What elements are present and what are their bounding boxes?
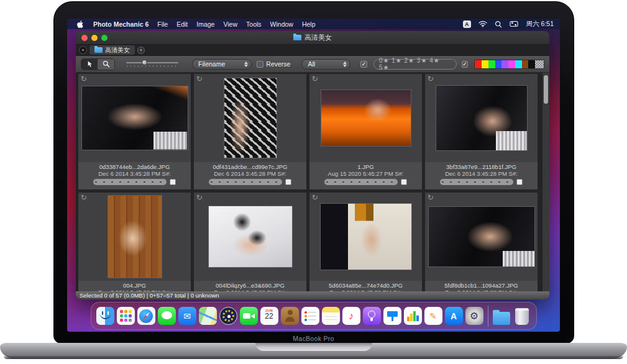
- photo-cell[interactable]: ↺ 5fdf8db1cb1...1094a27.JPG Dec 6 2014 3…: [425, 193, 538, 291]
- photo-cell[interactable]: ↺ 0df431adcbe...cd99e7c.JPG Dec 6 2014 3…: [194, 74, 306, 189]
- photo-filename[interactable]: 0d338744eb...2da6de.JPG: [99, 163, 170, 170]
- rotate-icon[interactable]: ↺: [428, 193, 434, 202]
- photo-cell[interactable]: ↺ 004.JPG Dec 6 2014 3:45:28 PM S#:: [78, 193, 191, 291]
- numbers-icon[interactable]: [404, 307, 422, 325]
- maps-icon[interactable]: [199, 307, 217, 325]
- star-rating-pill[interactable]: [324, 179, 398, 185]
- photo-cell[interactable]: ↺ 004lDilqzy6...e3&690.JPG Dec 6 2014 3:…: [194, 193, 306, 291]
- keynote-icon[interactable]: [383, 307, 401, 325]
- photo-cell[interactable]: ↺ 1.JPG Aug 15 2020 5:45:27 PM S#:: [309, 74, 422, 189]
- color-swatch-magenta[interactable]: [508, 60, 515, 68]
- slider-thumb[interactable]: [142, 60, 147, 65]
- menu-tools[interactable]: Tools: [246, 20, 262, 28]
- safari-icon[interactable]: [137, 307, 155, 325]
- photo-filename[interactable]: 5d6034a85e...74e74d0.JPG: [329, 282, 403, 289]
- minimize-window-button[interactable]: [91, 35, 98, 41]
- color-class-filter[interactable]: [474, 60, 544, 69]
- star-rating-filter[interactable]: 0★ 1★ 2★ 3★ 4★ 5★: [373, 59, 457, 70]
- rotate-icon[interactable]: ↺: [312, 193, 318, 202]
- menu-help[interactable]: Help: [302, 20, 316, 28]
- window-title-bar[interactable]: 高清美女: [76, 31, 549, 45]
- photo-filename[interactable]: 004lDilqzy6...e3&690.JPG: [216, 282, 285, 289]
- finder-icon[interactable]: [96, 307, 114, 325]
- sort-by-dropdown[interactable]: Filename: [192, 59, 252, 70]
- star-rating-pill[interactable]: [209, 179, 282, 185]
- messages-icon[interactable]: [158, 307, 176, 325]
- calendar-icon[interactable]: JUN 22: [260, 307, 278, 325]
- menu-image[interactable]: Image: [196, 20, 214, 28]
- tag-checkbox[interactable]: [401, 179, 407, 185]
- star-rating-pill[interactable]: [93, 179, 167, 185]
- color-swatch-none[interactable]: [535, 60, 544, 68]
- color-swatch-cyan[interactable]: [515, 60, 522, 68]
- close-window-button[interactable]: [81, 35, 88, 41]
- tag-checkbox[interactable]: [170, 179, 176, 185]
- add-tab-button[interactable]: +: [137, 47, 145, 54]
- trash-icon[interactable]: [513, 307, 531, 325]
- photo-thumbnail[interactable]: [436, 85, 528, 151]
- color-swatch-brown[interactable]: [522, 60, 529, 68]
- photo-thumbnail[interactable]: [108, 195, 162, 278]
- photo-filename[interactable]: 004.JPG: [123, 282, 146, 289]
- reverse-checkbox[interactable]: [257, 61, 263, 68]
- star-rating-pill[interactable]: [440, 179, 513, 185]
- arrow-tool-button[interactable]: [81, 59, 98, 70]
- downloads-folder-icon[interactable]: [493, 307, 511, 325]
- notes-icon[interactable]: [322, 307, 340, 325]
- thumbnail-size-slider[interactable]: [126, 60, 178, 68]
- facetime-icon[interactable]: [240, 307, 258, 325]
- menu-edit[interactable]: Edit: [176, 20, 188, 28]
- music-icon[interactable]: ♪: [342, 307, 360, 325]
- wifi-icon[interactable]: [478, 20, 487, 27]
- color-class-filter-checkbox[interactable]: ✓: [462, 61, 469, 68]
- rotate-icon[interactable]: ↺: [81, 75, 87, 83]
- photo-mechanic-dock-icon[interactable]: [219, 307, 237, 325]
- tag-checkbox[interactable]: [285, 179, 291, 185]
- apple-menu-icon[interactable]: [77, 20, 83, 28]
- photo-thumbnail[interactable]: [208, 206, 293, 268]
- photo-cell[interactable]: ↺ 5d6034a85e...74e74d0.JPG Dec 6 2014 3:…: [309, 193, 422, 291]
- photo-thumbnail[interactable]: [321, 89, 411, 147]
- loupe-tool-button[interactable]: [98, 59, 114, 70]
- color-swatch-black[interactable]: [528, 60, 535, 68]
- photo-cell[interactable]: ↺ 0d338744eb...2da6de.JPG Dec 6 2014 3:4…: [78, 74, 191, 189]
- menu-file[interactable]: File: [157, 20, 168, 28]
- menu-bar-clock[interactable]: 周六 6:51: [526, 20, 554, 29]
- mail-icon[interactable]: ✉: [178, 307, 196, 325]
- photo-thumbnail[interactable]: [81, 86, 188, 150]
- tag-checkbox[interactable]: [516, 179, 523, 185]
- color-swatch-blue[interactable]: [495, 60, 502, 68]
- photo-cell[interactable]: ↺ 3bf33a87e9...2118b1f.JPG Dec 6 2014 3:…: [425, 74, 538, 189]
- tab-close-icon[interactable]: ×: [79, 46, 87, 54]
- spotlight-search-icon[interactable]: [495, 20, 502, 28]
- photo-thumbnail[interactable]: [428, 206, 535, 267]
- rotate-icon[interactable]: ↺: [312, 75, 318, 83]
- contacts-icon[interactable]: [281, 307, 299, 325]
- menu-window[interactable]: Window: [270, 20, 293, 28]
- rating-filter-checkbox[interactable]: ✓: [360, 61, 367, 68]
- photo-thumbnail[interactable]: [320, 203, 412, 270]
- input-source-icon[interactable]: A: [463, 20, 471, 28]
- reminders-icon[interactable]: [301, 307, 319, 325]
- photo-filename[interactable]: 3bf33a87e9...2118b1f.JPG: [446, 163, 516, 170]
- tab-contact-sheet[interactable]: 高清美女: [89, 45, 135, 55]
- podcasts-icon[interactable]: [363, 307, 381, 325]
- rotate-icon[interactable]: ↺: [81, 193, 87, 202]
- system-preferences-icon[interactable]: ⚙: [465, 307, 483, 325]
- scrollbar-thumb[interactable]: [544, 75, 548, 104]
- photo-thumbnail[interactable]: [224, 78, 277, 158]
- rotate-icon[interactable]: ↺: [196, 193, 203, 202]
- photo-filename[interactable]: 1.JPG: [357, 163, 373, 170]
- rotate-icon[interactable]: ↺: [428, 75, 434, 83]
- vertical-scrollbar[interactable]: [542, 73, 549, 291]
- menu-view[interactable]: View: [223, 20, 237, 28]
- pages-icon[interactable]: ✎: [424, 307, 442, 325]
- photo-filename[interactable]: 0df431adcbe...cd99e7c.JPG: [213, 163, 288, 170]
- view-filter-dropdown[interactable]: All: [301, 59, 350, 70]
- menu-app-name[interactable]: Photo Mechanic 6: [93, 20, 149, 28]
- photo-filename[interactable]: 5fdf8db1cb1...1094a27.JPG: [444, 282, 518, 289]
- color-swatch-red[interactable]: [475, 60, 482, 68]
- app-store-icon[interactable]: A: [445, 307, 463, 325]
- zoom-window-button[interactable]: [101, 35, 108, 41]
- color-swatch-green[interactable]: [488, 60, 495, 68]
